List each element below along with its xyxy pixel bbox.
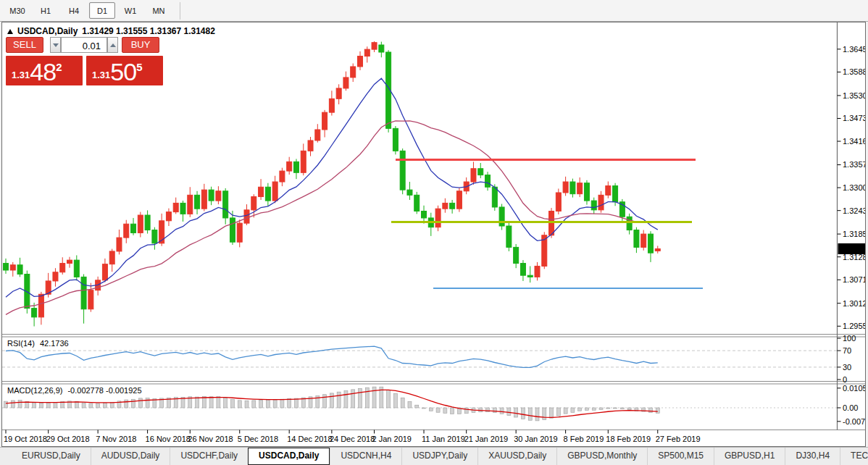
tab-xauusd-daily[interactable]: XAUUSD,Daily <box>477 448 556 465</box>
arrow-down-icon <box>53 43 59 47</box>
date-axis-label: 5 Dec 2018 <box>238 435 278 443</box>
macd-histogram-bar <box>54 402 57 408</box>
macd-histogram-bar <box>230 400 234 408</box>
date-axis-label: 24 Dec 2018 <box>330 435 375 443</box>
candle-body <box>570 182 575 194</box>
volume-decrease-button[interactable] <box>50 37 61 53</box>
rsi-axis-label: 0 <box>843 375 847 384</box>
tab-usdcad-daily[interactable]: USDCAD,Daily <box>248 448 330 465</box>
volume-increase-button[interactable] <box>107 37 118 53</box>
candle-body <box>60 264 65 272</box>
price-axis-label: 1.36455 <box>843 45 865 54</box>
ask-price-pipette: 5 <box>136 61 142 73</box>
candle-body <box>109 251 114 264</box>
macd-histogram-bar <box>521 408 525 419</box>
macd-histogram-bar <box>464 408 468 414</box>
candle-body <box>17 265 22 275</box>
volume-input[interactable] <box>61 37 107 53</box>
macd-histogram-bar <box>96 403 100 408</box>
candle-body <box>485 175 491 188</box>
candle-body <box>152 230 157 243</box>
price-axis-label: 1.32435 <box>843 206 865 215</box>
candle-body <box>379 45 384 52</box>
candle-body <box>372 43 377 49</box>
candle-body <box>591 201 596 210</box>
timeframe-button-mn[interactable]: MN <box>146 2 172 19</box>
macd-histogram-bar <box>252 401 256 408</box>
ask-price-display[interactable]: 1.31505 <box>86 56 163 85</box>
candle-body <box>527 275 533 277</box>
macd-histogram-bar <box>599 408 603 409</box>
chart-canvas[interactable]: 1.364551.358851.353001.347301.341601.335… <box>2 22 865 446</box>
tab-sp500-m15[interactable]: SP500,M15 <box>647 448 714 465</box>
candle-body <box>67 260 72 263</box>
candle-body <box>577 183 583 194</box>
macd-histogram-bar <box>500 408 504 414</box>
macd-histogram-bar <box>429 408 433 411</box>
current-price-badge-text: 1.31482 <box>840 244 865 253</box>
macd-histogram-bar <box>443 408 447 413</box>
toolbar-separator <box>180 2 180 20</box>
macd-histogram-bar <box>103 403 107 408</box>
candle-body <box>38 294 43 317</box>
candle-body <box>506 226 512 247</box>
tab-usdcnh-h4[interactable]: USDCNH,H4 <box>330 448 401 465</box>
macd-histogram-bar <box>535 408 539 421</box>
price-axis-label: 1.29555 <box>843 322 865 330</box>
macd-histogram-bar <box>288 398 291 408</box>
macd-histogram-bar <box>217 397 220 408</box>
candle-body <box>265 187 270 201</box>
macd-histogram-bar <box>330 393 333 408</box>
candle-body <box>443 203 448 209</box>
bid-price-pipette: 2 <box>56 61 62 73</box>
tab-gbpusd-monthly[interactable]: GBPUSD,Monthly <box>556 448 647 465</box>
tab-eurusd-daily[interactable]: EURUSD,Daily <box>12 448 91 465</box>
buy-button[interactable]: BUY <box>122 37 159 53</box>
date-axis-label: 16 Nov 2018 <box>146 435 191 443</box>
date-axis-label: 2 Jan 2019 <box>372 435 412 443</box>
candle-body <box>209 190 214 201</box>
macd-histogram-bar <box>224 398 228 408</box>
tab-tech100-h1[interactable]: TECH100,H1 <box>840 448 868 465</box>
tab-dj30-h4[interactable]: DJ30,H4 <box>785 448 840 465</box>
candle-body <box>358 56 363 67</box>
timeframe-button-m30[interactable]: M30 <box>4 2 30 19</box>
macd-histogram-bar <box>528 408 532 420</box>
price-axis-label: 1.31850 <box>843 230 865 238</box>
date-axis-label: 29 Oct 2018 <box>46 435 90 443</box>
candle-body <box>293 162 299 172</box>
macd-histogram-bar <box>323 395 327 408</box>
candle-body <box>124 224 129 238</box>
timeframe-button-h1[interactable]: H1 <box>33 2 59 19</box>
date-axis-label: 8 Feb 2019 <box>564 435 604 443</box>
macd-histogram-bar <box>620 408 624 409</box>
collapse-quote-panel-icon[interactable] <box>7 29 13 34</box>
macd-histogram-bar <box>550 408 554 418</box>
tab-usdchf-daily[interactable]: USDCHF,Daily <box>170 448 248 465</box>
macd-histogram-bar <box>543 408 546 420</box>
tab-audusd-daily[interactable]: AUDUSD,Daily <box>91 448 170 465</box>
candle-body <box>478 169 483 175</box>
tab-gbpusd-h1[interactable]: GBPUSD,H1 <box>714 448 785 465</box>
candle-body <box>74 260 79 277</box>
macd-indicator-label: MACD(12,26,9) -0.002778 -0.001925 <box>7 386 142 395</box>
chart-title: USDCAD,Daily 1.31429 1.31555 1.31367 1.3… <box>7 26 215 36</box>
macd-histogram-bar <box>614 408 617 409</box>
macd-histogram-bar <box>273 400 277 408</box>
tab-usdjpy-daily[interactable]: USDJPY,Daily <box>401 448 477 465</box>
candle-body <box>251 197 256 210</box>
macd-histogram-bar <box>344 390 348 408</box>
timeframe-button-w1[interactable]: W1 <box>117 2 143 19</box>
bid-price-display[interactable]: 1.31482 <box>6 56 83 85</box>
candle-body <box>435 209 441 227</box>
macd-histogram-bar <box>82 403 85 408</box>
timeframe-button-d1[interactable]: D1 <box>89 2 115 19</box>
macd-histogram-bar <box>585 408 588 410</box>
sell-button[interactable]: SELL <box>6 37 43 53</box>
macd-axis-label: -0.0073 <box>843 417 865 426</box>
price-axis-label: 1.35885 <box>843 67 865 76</box>
price-axis-label: 1.34160 <box>843 137 865 146</box>
timeframe-button-h4[interactable]: H4 <box>61 2 87 19</box>
candle-body <box>102 264 107 280</box>
timeframe-toolbar: M30 H1 H4 D1 W1 MN <box>0 0 868 22</box>
